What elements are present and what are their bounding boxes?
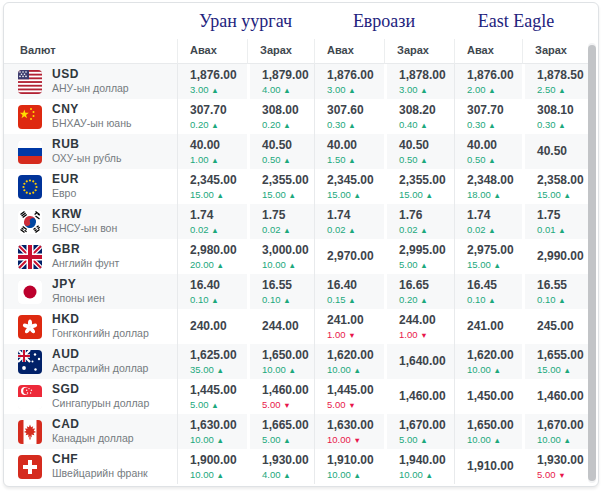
buy-price: 1,910.00	[467, 459, 522, 473]
currency-code: JPY	[52, 277, 105, 292]
arrow-up-icon: ▲	[216, 261, 223, 270]
ch-flag-icon	[18, 455, 42, 479]
usd-sell-cell-exchange-0: 1,879.004.00 ▲	[247, 64, 314, 99]
hkd-buy-cell-exchange-2: 241.00	[454, 309, 522, 344]
sell-price: 244.00	[399, 313, 454, 327]
scrollbar-thumb[interactable]	[588, 45, 596, 481]
buy-price: 1,876.00	[190, 68, 247, 82]
jpy-buy-cell-exchange-1: 16.400.15 ▲	[314, 274, 384, 309]
currency-row-cad: CADКанадын доллар1,630.0010.00 ▲1,665.00…	[4, 414, 588, 449]
rub-sell-cell-exchange-0: 40.500.50 ▲	[247, 134, 314, 169]
rub-buy-cell-exchange-1: 40.001.50 ▲	[314, 134, 384, 169]
krw-sell-cell-exchange-1: 1.760.02 ▲	[384, 204, 454, 239]
buy-change: 15.00 ▲	[190, 189, 247, 200]
buy-price: 2,970.00	[327, 249, 384, 263]
arrow-up-icon: ▲	[211, 121, 218, 130]
sell-change: 0.50 ▲	[399, 154, 454, 165]
cny-sell-cell-exchange-1: 308.200.40 ▲	[384, 99, 454, 134]
krw-buy-cell-exchange-2: 1.740.02 ▲	[454, 204, 522, 239]
cny-buy-cell-exchange-2: 307.700.30 ▲	[454, 99, 522, 134]
currency-cell: AUDАвстралийн доллар	[4, 344, 177, 379]
ru-flag-icon	[18, 140, 42, 164]
gbr-sell-cell-exchange-1: 2,995.005.00 ▲	[384, 239, 454, 274]
buy-price: 2,975.00	[467, 243, 522, 257]
buy-change: 35.00 ▲	[190, 364, 247, 375]
currency-row-gbr: GBRАнглийн фунт2,980.0020.00 ▲3,000.0010…	[4, 239, 588, 274]
sell-change: 0.20 ▲	[399, 294, 454, 305]
sell-price: 1,940.00	[399, 453, 454, 467]
currency-row-eur: EURЕвро2,345.0015.00 ▲2,355.0015.00 ▲2,3…	[4, 169, 588, 204]
buy-price: 40.00	[327, 138, 384, 152]
buy-change: 15.00 ▲	[327, 189, 384, 200]
sell-price: 1,655.00	[537, 348, 588, 362]
arrow-up-icon: ▲	[493, 366, 500, 375]
buy-change: 5.00 ▲	[190, 399, 247, 410]
buy-price: 1,650.00	[467, 418, 522, 432]
arrow-up-icon: ▲	[488, 86, 495, 95]
currency-cell: JPYЯпоны иен	[4, 274, 177, 309]
aud-buy-cell-exchange-0: 1,625.0035.00 ▲	[177, 344, 247, 379]
chf-sell-cell-exchange-0: 1,930.004.00 ▲	[247, 449, 314, 484]
sg-flag-icon	[18, 385, 42, 409]
sell-price: 1,460.00	[399, 389, 454, 403]
sell-price: 2,358.00	[537, 173, 588, 187]
sell-change: 5.00 ▲	[399, 259, 454, 270]
sgd-sell-cell-exchange-0: 1,460.005.00 ▼	[247, 379, 314, 414]
buy-price: 2,980.00	[190, 243, 247, 257]
sell-price: 245.00	[537, 319, 588, 333]
arrow-up-icon: ▲	[216, 471, 223, 480]
aud-sell-cell-exchange-0: 1,650.0010.00 ▲	[247, 344, 314, 379]
arrow-up-icon: ▲	[353, 471, 360, 480]
buy-change: 0.15 ▲	[327, 294, 384, 305]
sgd-sell-cell-exchange-2: 1,460.00	[522, 379, 588, 414]
buy-change: 10.00 ▲	[327, 364, 384, 375]
arrow-up-icon: ▲	[558, 226, 565, 235]
sell-change: 10.00 ▲	[399, 469, 454, 480]
eur-sell-cell-exchange-1: 2,355.0015.00 ▲	[384, 169, 454, 204]
arrow-up-icon: ▲	[348, 226, 355, 235]
cny-buy-cell-exchange-0: 307.700.20 ▲	[177, 99, 247, 134]
arrow-up-icon: ▲	[283, 471, 290, 480]
chf-buy-cell-exchange-2: 1,910.00	[454, 449, 522, 484]
sell-price: 1,665.00	[262, 418, 314, 432]
sell-price: 2,990.00	[537, 249, 588, 263]
currency-code: AUD	[52, 347, 148, 362]
arrow-up-icon: ▲	[283, 156, 290, 165]
usd-buy-cell-exchange-0: 1,876.003.00 ▲	[177, 64, 247, 99]
us-flag-icon	[18, 70, 42, 94]
arrow-up-icon: ▲	[488, 296, 495, 305]
aud-buy-cell-exchange-2: 1,620.0010.00 ▲	[454, 344, 522, 379]
sell-change: 0.50 ▲	[262, 154, 314, 165]
arrow-up-icon: ▲	[563, 436, 570, 445]
currency-code: CAD	[52, 417, 134, 432]
currency-name: Японы иен	[52, 292, 105, 305]
buy-change: 0.02 ▲	[327, 224, 384, 235]
cad-buy-cell-exchange-0: 1,630.0010.00 ▲	[177, 414, 247, 449]
jpy-buy-cell-exchange-0: 16.400.10 ▲	[177, 274, 247, 309]
ca-flag-icon	[18, 420, 42, 444]
exchange-title-east-eagle[interactable]: East Eagle	[454, 11, 578, 32]
buy-change: 0.30 ▲	[327, 119, 384, 130]
sell-change: 15.00 ▲	[537, 189, 588, 200]
currency-cell: HKDГонгконгийн доллар	[4, 309, 177, 344]
aud-sell-cell-exchange-1: 1,640.00	[384, 344, 454, 379]
exchange-title-uran-uurgach[interactable]: Уран уургач	[177, 11, 314, 32]
usd-buy-cell-exchange-2: 1,876.002.00 ▲	[454, 64, 522, 99]
exchange-title-euroasia[interactable]: Евроази	[314, 11, 454, 32]
buy-header-uran-uurgach: Авах	[177, 39, 247, 64]
sell-header-east-eagle: Зарах	[522, 39, 588, 64]
arrow-up-icon: ▲	[283, 121, 290, 130]
currency-code: HKD	[52, 312, 149, 327]
sell-change: 5.00 ▲	[399, 434, 454, 445]
buy-price: 1,900.00	[190, 453, 247, 467]
jp-flag-icon	[18, 280, 42, 304]
buy-change: 1.00 ▲	[190, 154, 247, 165]
rub-buy-cell-exchange-2: 40.000.50 ▲	[454, 134, 522, 169]
currency-cell: RUBОХУ-ын рубль	[4, 134, 177, 169]
gbr-sell-cell-exchange-2: 2,990.00	[522, 239, 588, 274]
arrow-up-icon: ▲	[283, 296, 290, 305]
arrow-up-icon: ▲	[288, 366, 295, 375]
arrow-down-icon: ▼	[283, 401, 290, 410]
currency-cell: CADКанадын доллар	[4, 414, 177, 449]
sell-price: 1,879.00	[262, 68, 314, 82]
